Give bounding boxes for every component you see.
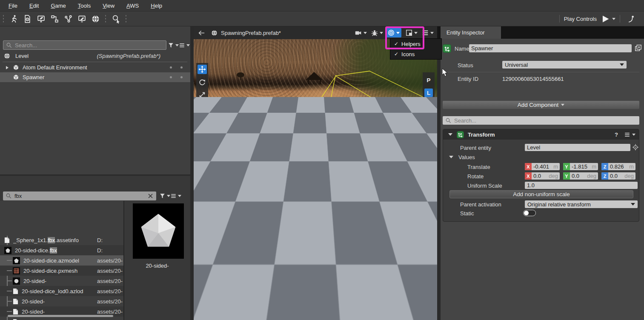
viewport-panel: SpawningPrefab.prefab* (194, 26, 437, 320)
scale-icon (198, 91, 206, 99)
help-icon[interactable]: ? (615, 131, 618, 138)
asset-row--sphere-1x1-fbx-assetinfo[interactable]: _Sphere_1x1.fbx.assetinfoD: (0, 235, 123, 245)
move-tool-button[interactable] (197, 65, 207, 74)
scale-tool-button[interactable] (197, 90, 207, 100)
static-toggle[interactable] (523, 210, 536, 216)
menu-item-icons[interactable]: ✓Icons (390, 49, 441, 59)
parent-entity-field[interactable]: Level (525, 144, 630, 151)
asset-path: assets/20- (97, 309, 123, 315)
menu-game[interactable]: Game (45, 3, 72, 9)
horizontal-scrollbar[interactable] (8, 315, 113, 317)
helpers-visibility-button[interactable] (386, 28, 401, 37)
translate-z-field[interactable]: Z0.826m (601, 163, 635, 170)
asset-row-20-sided-dice-lod0-azlod[interactable]: 20-sided-dice_lod0.azlodassets/20- (0, 286, 123, 296)
clear-search-icon[interactable] (147, 193, 154, 199)
transform-helper-icon[interactable] (317, 182, 329, 195)
component-search-input[interactable]: Search... (443, 116, 639, 125)
play-button[interactable] (601, 13, 615, 25)
hamburger-menu-icon[interactable] (624, 131, 630, 138)
transform-component-icon (457, 131, 464, 138)
divider (3, 62, 187, 62)
asset-thumbnail[interactable] (133, 203, 184, 259)
menu-help[interactable]: Help (145, 3, 168, 9)
viewport-header: SpawningPrefab.prefab* (194, 26, 437, 39)
entity-name-field[interactable]: Spawner (469, 44, 632, 52)
menu-edit[interactable]: Edit (23, 3, 45, 9)
chevron-down-icon (561, 104, 564, 106)
collapse-chevron-icon[interactable] (448, 133, 452, 136)
outliner-row-level[interactable]: Level (SpawningPrefab.prefab*) (0, 51, 190, 61)
rotate-y-field[interactable]: Y0.0deg (563, 172, 598, 180)
menu-aws[interactable]: AWS (120, 3, 145, 9)
asset-row-20-sided-[interactable]: 20-sided-assets/20- (0, 296, 123, 306)
parent-space-button[interactable]: P (424, 76, 433, 84)
chevron-down-icon (631, 203, 635, 206)
search-placeholder: Search... (15, 42, 37, 49)
monitor-leaf-button[interactable] (34, 13, 48, 25)
running-person-button[interactable] (7, 13, 20, 25)
translate-x-field[interactable]: X-0.401m (525, 163, 560, 170)
back-arrow-icon[interactable] (198, 30, 205, 36)
values-label: Values (458, 154, 475, 160)
collapse-chevron-icon[interactable] (449, 156, 453, 158)
translate-y-field[interactable]: Y-1.815m (563, 163, 598, 170)
asset-search-input[interactable]: fbx (3, 191, 156, 200)
outliner-search-input[interactable]: Search... (3, 40, 166, 50)
globe-button[interactable] (89, 13, 102, 25)
asset-menu-button[interactable] (170, 193, 181, 199)
add-component-button[interactable]: Add Component (443, 101, 639, 109)
rotate-tool-button[interactable] (197, 77, 207, 87)
menu-view[interactable]: View (97, 3, 120, 9)
asset-row-20-sided-dice-pxmesh[interactable]: 20-sided-dice.pxmeshassets/20- (0, 266, 123, 276)
asset-row-20-sided-[interactable]: 20-sided-assets/20- (0, 317, 123, 320)
menu-item-helpers[interactable]: ✓Helpers (390, 39, 441, 49)
hamburger-menu-icon (421, 29, 429, 37)
parent-activation-select[interactable]: Original relative transform (525, 200, 638, 208)
tree-stub (7, 311, 12, 312)
asset-filter-button[interactable] (159, 193, 170, 199)
monitor-pencil-button[interactable] (75, 13, 89, 25)
outliner-filter-button[interactable] (168, 42, 179, 49)
document-gear-button[interactable] (20, 13, 34, 25)
uniform-scale-field[interactable]: 1.0 (525, 182, 638, 189)
camera-menu-button[interactable] (355, 29, 367, 37)
viewport-scene[interactable]: Z Y X P L (194, 39, 437, 320)
chevron-down-icon[interactable] (632, 134, 635, 136)
asset-path: assets/20- (97, 288, 123, 294)
waypoint-path-button[interactable] (61, 13, 75, 25)
zoom-cursor-button[interactable] (109, 13, 123, 25)
add-non-uniform-scale-button[interactable]: Add non-uniform scale (449, 190, 633, 198)
viewport-menu-button[interactable] (421, 29, 434, 37)
layout-menu-button[interactable] (405, 29, 418, 37)
rotate-z-field[interactable]: Z0.0deg (601, 172, 635, 180)
expand-chevron-icon[interactable] (5, 66, 9, 70)
chevron-down-icon (414, 32, 418, 34)
asset-list: _Sphere_1x1.fbx.assetinfoD:20-sided-dice… (0, 201, 123, 320)
outliner-menu-button[interactable] (179, 42, 190, 49)
node-graph-icon (50, 14, 59, 23)
debug-menu-button[interactable] (371, 29, 383, 37)
parent-entity-label: Parent entity (460, 145, 491, 151)
transform-space-strip: P L (423, 72, 435, 105)
asset-row-20-sided-dice-azmodel[interactable]: 20-sided-dice.azmodelassets/20- (0, 255, 123, 266)
outliner-row-atom-default-environment[interactable]: Atom Default Environment (0, 63, 190, 72)
toolbar-separator (3, 14, 4, 23)
bug-icon (371, 29, 378, 37)
asset-path: assets/20- (97, 268, 123, 274)
game-mode-icon[interactable] (624, 13, 638, 25)
menu-tools[interactable]: Tools (72, 3, 97, 9)
transform-helper-icon[interactable] (233, 200, 247, 214)
prefab-overrides-icon[interactable] (634, 44, 642, 52)
transform-card-header[interactable]: Transform ? (443, 129, 639, 140)
local-space-button[interactable]: L (424, 89, 433, 97)
asset-row-20-sided-dice-fbx[interactable]: 20-sided-dice.fbxD: (0, 245, 123, 255)
node-graph-button[interactable] (48, 13, 61, 25)
row-toggle-dots[interactable] (170, 66, 183, 69)
row-toggle-dots[interactable] (170, 76, 183, 78)
menu-file[interactable]: File (3, 3, 23, 9)
status-select[interactable]: Universal (502, 61, 627, 69)
rotate-x-field[interactable]: X0.0deg (525, 172, 560, 180)
entity-picker-icon[interactable] (632, 144, 639, 151)
asset-row-20-sided-[interactable]: 20-sided-assets/20- (0, 276, 123, 286)
outliner-row-spawner[interactable]: Spawner (0, 72, 190, 82)
